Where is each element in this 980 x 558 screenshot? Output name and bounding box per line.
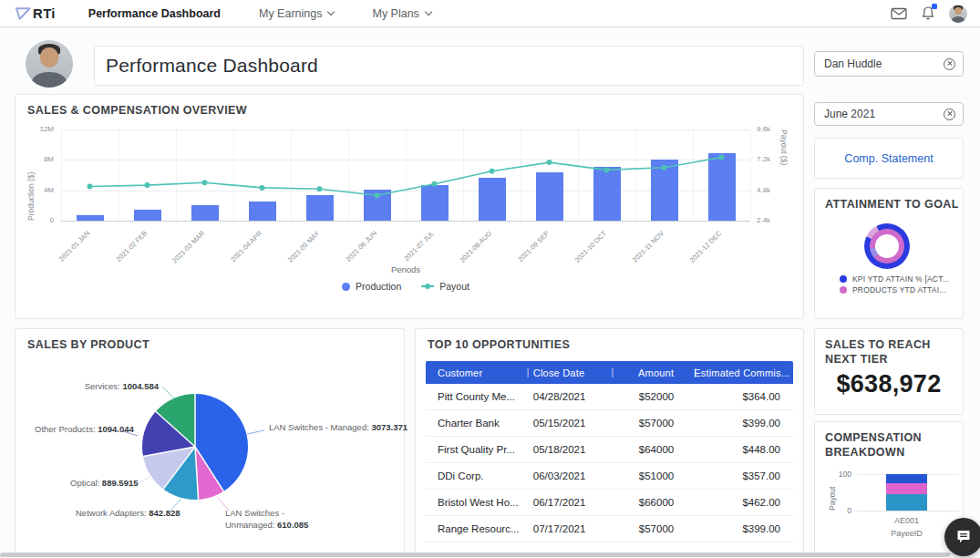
cell-customer: Range Resourc...: [426, 523, 527, 534]
chat-icon: [954, 528, 973, 546]
menu-my-earnings[interactable]: My Earnings: [259, 7, 334, 20]
column-header[interactable]: Customer: [426, 367, 527, 378]
pie-label-value: 889.5915: [102, 478, 139, 488]
payout-point[interactable]: [432, 181, 438, 187]
payout-point[interactable]: [260, 185, 265, 191]
navbar-avatar[interactable]: [949, 5, 967, 23]
table-row[interactable]: First Quality Pr...05/18/2021$64000$448.…: [426, 437, 793, 463]
payout-line: [61, 129, 750, 221]
cell-customer: First Quality Pr...: [426, 444, 527, 455]
payout-point[interactable]: [662, 165, 667, 170]
chat-button[interactable]: [944, 518, 980, 556]
cell-commission: $399.00: [694, 523, 793, 534]
payout-point[interactable]: [202, 180, 208, 185]
chevron-down-icon: [327, 8, 335, 16]
performance-dashboard-page: RTi Performance Dashboard My Earnings My…: [0, 0, 980, 558]
legend-label: KPI YTD ATTAIN % [ACT...: [852, 274, 949, 284]
donut-inner-ring[interactable]: [870, 229, 904, 264]
left-axis-title: Production ($): [26, 129, 36, 221]
payout-point[interactable]: [547, 160, 552, 165]
column-separator: |: [527, 361, 530, 384]
payout-point[interactable]: [145, 182, 150, 188]
cell-amount: $64000: [612, 444, 695, 455]
cell-close-date: 06/17/2021: [527, 497, 612, 508]
payee-input[interactable]: [815, 57, 944, 70]
mail-button[interactable]: [891, 7, 907, 20]
cell-commission: $462.00: [694, 497, 793, 508]
profile-photo: [26, 40, 73, 88]
cell-amount: $52000: [612, 391, 695, 402]
comp-breakdown-title: COMPENSATION BREAKDOWN: [825, 431, 944, 460]
table-row[interactable]: Pitt County Me...04/28/2021$52000$364.00: [426, 384, 793, 410]
legend-item-payout[interactable]: Payout: [421, 281, 469, 292]
column-separator: |: [694, 361, 696, 384]
cell-commission: $399.00: [694, 418, 793, 429]
products-legend-dot: [840, 286, 847, 294]
pie-label: Other Products: 1094.044: [35, 424, 149, 436]
cell-commission: $357.00: [694, 470, 793, 481]
sales-compensation-chart: 02.4k4M4.8k8M7.2k12M9.6kProduction ($)Pa…: [15, 95, 803, 318]
donut-outer-ring[interactable]: [864, 223, 910, 269]
opportunities-table: CustomerClose DateAmountEstimated Commis…: [426, 361, 793, 542]
column-header[interactable]: Estimated Commis...: [694, 367, 793, 378]
table-row[interactable]: DDi Corp.06/03/2021$51000$357.00: [426, 463, 793, 490]
legend-label: Payout: [439, 281, 469, 292]
payout-point[interactable]: [719, 155, 725, 160]
pie-label: Services: 1004.584: [48, 381, 159, 393]
payout-point[interactable]: [317, 186, 323, 191]
pie-label-value: 1004.584: [122, 381, 159, 391]
table-row[interactable]: Bristol West Ho...06/17/2021$66000$462.0…: [426, 490, 793, 516]
pie-label: Network Adapters: 842.828: [76, 508, 194, 520]
production-legend-dot: [342, 283, 350, 291]
horizontal-scrollbar[interactable]: [0, 553, 950, 557]
cell-amount: $51000: [612, 470, 695, 481]
pie-label-value: 3073.371: [371, 422, 407, 432]
rti-logo[interactable]: RTi: [15, 5, 56, 21]
cell-close-date: 05/18/2021: [527, 444, 612, 455]
y-axis-title: Payout: [828, 474, 837, 511]
pie-label: Optical: 889.5915: [70, 478, 170, 490]
top-navbar: RTi Performance Dashboard My Earnings My…: [0, 0, 980, 27]
legend-item-kpi[interactable]: KPI YTD ATTAIN % [ACT...: [840, 274, 949, 284]
payout-point[interactable]: [375, 192, 380, 198]
notifications-button[interactable]: [921, 5, 935, 21]
legend-item-production[interactable]: Production: [342, 281, 401, 292]
table-row[interactable]: Charter Bank05/15/2021$57000$399.00: [426, 410, 793, 437]
payee-filter: [814, 51, 964, 77]
menu-my-plans[interactable]: My Plans: [372, 7, 430, 20]
next-tier-card: SALES TO REACH NEXT TIER $638,972: [814, 328, 964, 415]
cell-close-date: 04/28/2021: [527, 391, 612, 402]
column-separator: |: [612, 361, 614, 384]
clear-period-icon[interactable]: [944, 108, 955, 120]
period-input[interactable]: [815, 108, 944, 120]
cell-amount: $57000: [612, 523, 695, 534]
logo-text: RTi: [33, 5, 56, 21]
table-row[interactable]: Range Resourc...07/17/2021$57000$399.00: [426, 516, 793, 542]
payout-stack-segment[interactable]: [886, 494, 927, 511]
column-header[interactable]: Close Date: [527, 367, 612, 378]
pie-label-name: Other Products:: [35, 424, 98, 434]
payout-point[interactable]: [604, 167, 610, 172]
payout-stack-segment[interactable]: [886, 483, 927, 495]
cell-customer: Bristol West Ho...: [426, 497, 527, 508]
payout-stack-segment[interactable]: [886, 474, 927, 483]
x-axis-label: AE001: [868, 516, 945, 525]
next-tier-title: SALES TO REACH NEXT TIER: [825, 338, 954, 367]
payout-legend-marker: [421, 285, 434, 287]
legend-label: Production: [356, 281, 401, 292]
payout-point[interactable]: [490, 169, 495, 174]
payout-point[interactable]: [88, 184, 93, 190]
pie-label-name: Network Adapters:: [76, 508, 149, 518]
legend-item-products[interactable]: PRODUCTS YTD ATTAI...: [840, 285, 949, 294]
sales-by-product-card: SALES BY PRODUCT Services: 1004.584Other…: [15, 328, 405, 554]
pie-label-value: 842.828: [149, 508, 180, 518]
x-axis-title: PayeeID: [868, 529, 945, 538]
menu-label: My Earnings: [259, 7, 322, 20]
column-header[interactable]: Amount: [612, 367, 695, 378]
opportunities-title: TOP 10 OPPORTUNITIES: [428, 338, 570, 351]
clear-payee-icon[interactable]: [944, 58, 955, 70]
comp-statement-link[interactable]: Comp. Statement: [844, 152, 933, 165]
cell-close-date: 05/15/2021: [527, 418, 612, 429]
pie-label-value: 1094.044: [98, 424, 134, 434]
cell-customer: Pitt County Me...: [426, 391, 527, 402]
